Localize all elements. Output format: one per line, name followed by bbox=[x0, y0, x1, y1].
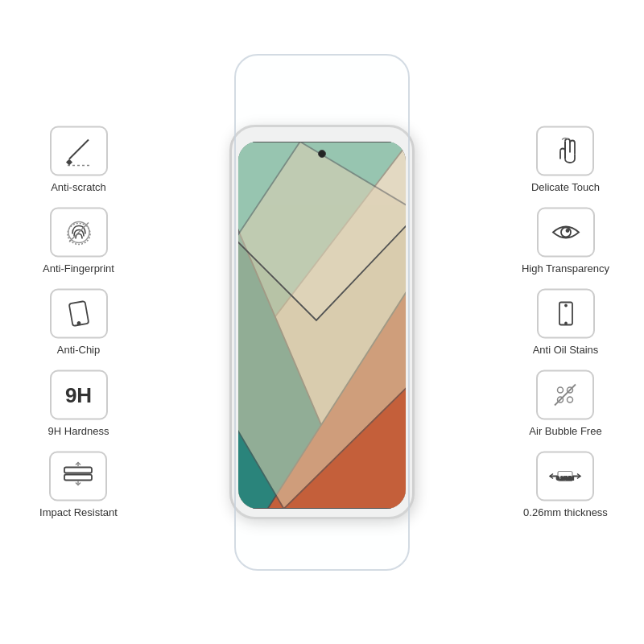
feature-thickness: 0.26MM 0.26mm thickness bbox=[523, 452, 608, 518]
svg-point-21 bbox=[566, 229, 568, 232]
svg-point-24 bbox=[565, 305, 567, 307]
thickness-icon: 0.26MM bbox=[545, 461, 585, 492]
camera-hole bbox=[318, 150, 326, 158]
air-bubble-free-label: Air Bubble Free bbox=[529, 425, 601, 437]
svg-rect-8 bbox=[64, 468, 92, 473]
9h-text: 9H bbox=[65, 382, 92, 407]
eye-icon bbox=[548, 217, 584, 249]
svg-point-25 bbox=[558, 387, 564, 393]
main-container: Anti-scratch Anti-Fingerprint bbox=[0, 0, 644, 644]
9h-hardness-label: 9H Hardness bbox=[48, 425, 109, 437]
features-left-column: Anti-scratch Anti-Fingerprint bbox=[8, 126, 149, 518]
feature-anti-chip: Anti-Chip bbox=[50, 289, 108, 356]
wallpaper-svg bbox=[238, 142, 406, 509]
delicate-touch-icon-box bbox=[536, 126, 594, 176]
svg-line-29 bbox=[555, 385, 576, 406]
anti-scratch-label: Anti-scratch bbox=[51, 181, 106, 193]
feature-9h-hardness: 9H 9H Hardness bbox=[48, 370, 109, 437]
svg-rect-9 bbox=[64, 475, 92, 481]
air-bubble-free-icon-box bbox=[536, 370, 594, 420]
anti-scratch-icon-box bbox=[50, 126, 108, 176]
feature-impact-resistant: Impact Resistant bbox=[39, 452, 118, 518]
phone-screen bbox=[238, 142, 406, 509]
fingerprint-icon bbox=[61, 217, 97, 249]
anti-oil-stains-icon-box bbox=[537, 289, 595, 339]
svg-point-20 bbox=[561, 228, 571, 237]
features-right-column: Delicate Touch High Transparency bbox=[495, 126, 636, 518]
svg-text:0.26MM: 0.26MM bbox=[557, 476, 575, 481]
high-transparency-icon-box bbox=[537, 208, 595, 258]
impact-resistant-icon-box bbox=[49, 452, 107, 502]
impact-icon bbox=[58, 461, 98, 492]
delicate-touch-label: Delicate Touch bbox=[531, 181, 600, 193]
9h-hardness-icon-box: 9H bbox=[50, 370, 108, 420]
anti-fingerprint-label: Anti-Fingerprint bbox=[43, 262, 114, 275]
touch-icon bbox=[547, 135, 583, 167]
feature-anti-fingerprint: Anti-Fingerprint bbox=[43, 208, 114, 275]
thickness-label: 0.26mm thickness bbox=[523, 506, 608, 518]
scratch-icon bbox=[61, 135, 97, 167]
anti-oil-stains-label: Anti Oil Stains bbox=[533, 344, 599, 356]
high-transparency-label: High Transparency bbox=[522, 262, 609, 275]
oil-icon bbox=[548, 298, 584, 330]
anti-chip-icon-box bbox=[50, 289, 108, 339]
phone-body bbox=[229, 125, 415, 519]
feature-high-transparency: High Transparency bbox=[522, 208, 609, 275]
svg-point-7 bbox=[77, 322, 80, 324]
svg-point-23 bbox=[565, 323, 567, 324]
feature-anti-scratch: Anti-scratch bbox=[50, 126, 108, 193]
impact-resistant-label: Impact Resistant bbox=[39, 506, 118, 518]
feature-air-bubble-free: Air Bubble Free bbox=[529, 370, 601, 437]
phone-wrapper bbox=[217, 48, 427, 596]
feature-anti-oil-stains: Anti Oil Stains bbox=[533, 289, 599, 356]
feature-delicate-touch: Delicate Touch bbox=[531, 126, 600, 193]
svg-point-28 bbox=[568, 397, 573, 402]
svg-line-0 bbox=[69, 140, 89, 159]
anti-fingerprint-icon-box bbox=[50, 208, 108, 258]
chip-icon bbox=[61, 298, 97, 330]
svg-marker-1 bbox=[66, 159, 72, 166]
anti-chip-label: Anti-Chip bbox=[57, 344, 100, 356]
thickness-icon-box: 0.26MM bbox=[536, 452, 594, 502]
bubble-icon bbox=[547, 379, 583, 411]
